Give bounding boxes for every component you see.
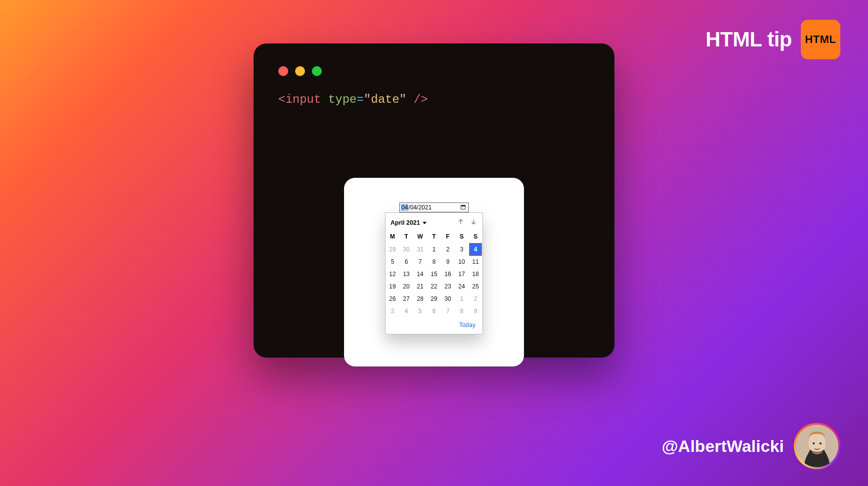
calendar-day[interactable]: 27	[399, 292, 413, 305]
calendar-day[interactable]: 19	[386, 280, 399, 292]
calendar-day[interactable]: 26	[386, 292, 399, 305]
code-quote-open: "	[364, 93, 371, 106]
calendar-day-other-month[interactable]: 2	[469, 292, 482, 305]
calendar-day[interactable]: 21	[413, 280, 427, 292]
calendar-day[interactable]: 28	[413, 292, 427, 305]
weekday-header: S	[455, 231, 469, 243]
date-input-month[interactable]: 04	[401, 204, 408, 211]
calendar-day-other-month[interactable]: 30	[399, 243, 413, 255]
weekday-header: F	[441, 231, 455, 243]
code-attr-value: date	[371, 93, 399, 106]
maximize-window-button[interactable]	[312, 66, 322, 76]
calendar-day[interactable]: 9	[441, 255, 455, 268]
calendar-grid: MTWTFSS 29303112345678910111213141516171…	[386, 231, 482, 317]
month-year-label: April 2021	[391, 219, 420, 226]
calendar-icon[interactable]	[460, 204, 466, 211]
calendar-day[interactable]: 6	[399, 255, 413, 268]
calendar-day-other-month[interactable]: 8	[455, 305, 469, 317]
calendar-day-other-month[interactable]: 4	[399, 305, 413, 317]
calendar-day-other-month[interactable]: 9	[469, 305, 482, 317]
weekday-header: S	[469, 231, 482, 243]
date-input-year[interactable]: 2021	[418, 204, 432, 211]
calendar-day[interactable]: 17	[455, 268, 469, 280]
calendar-day-other-month[interactable]: 6	[427, 305, 441, 317]
svg-point-1	[813, 443, 815, 445]
calendar-day[interactable]: 25	[469, 280, 482, 292]
minimize-window-button[interactable]	[295, 66, 305, 76]
calendar-day[interactable]: 23	[441, 280, 455, 292]
weekday-header: T	[427, 231, 441, 243]
calendar-day[interactable]: 14	[413, 268, 427, 280]
calendar-day[interactable]: 29	[427, 292, 441, 305]
today-link[interactable]: Today	[459, 322, 476, 328]
preview-panel: 04/04/2021 April 2021	[344, 178, 524, 366]
calendar-day[interactable]: 3	[455, 243, 469, 255]
calendar-day[interactable]: 1	[427, 243, 441, 255]
calendar-day[interactable]: 16	[441, 268, 455, 280]
window-controls	[278, 66, 590, 76]
calendar-day-other-month[interactable]: 1	[455, 292, 469, 305]
calendar-day[interactable]: 10	[455, 255, 469, 268]
code-tag-name: input	[285, 93, 321, 106]
date-input-day[interactable]: 04	[410, 204, 417, 211]
author-handle: @AlbertWalicki	[662, 437, 784, 456]
date-input[interactable]: 04/04/2021	[399, 202, 469, 212]
html-badge: HTML	[801, 20, 840, 59]
code-attr-name: type	[328, 93, 357, 106]
calendar-day-other-month[interactable]: 31	[413, 243, 427, 255]
calendar-day[interactable]: 8	[427, 255, 441, 268]
calendar-day-other-month[interactable]: 5	[413, 305, 427, 317]
calendar-day[interactable]: 7	[413, 255, 427, 268]
calendar-day[interactable]: 18	[469, 268, 482, 280]
page-title: HTML tip	[705, 28, 792, 51]
code-open-bracket: <	[278, 93, 285, 106]
weekday-header: W	[413, 231, 427, 243]
calendar-day[interactable]: 24	[455, 280, 469, 292]
calendar-day[interactable]: 11	[469, 255, 482, 268]
calendar-day[interactable]: 15	[427, 268, 441, 280]
calendar-day[interactable]: 5	[386, 255, 399, 268]
next-month-button[interactable]	[470, 218, 477, 228]
prev-month-button[interactable]	[457, 218, 465, 228]
calendar-day-selected[interactable]: 4	[469, 243, 482, 255]
avatar	[796, 425, 838, 467]
weekday-header: M	[386, 231, 399, 243]
calendar-day[interactable]: 12	[386, 268, 399, 280]
date-picker-popup: April 2021 MTWTFSS 293031123456789	[385, 212, 483, 334]
weekday-header: T	[399, 231, 413, 243]
svg-point-2	[820, 443, 822, 445]
avatar-ring	[794, 423, 840, 469]
calendar-day[interactable]: 20	[399, 280, 413, 292]
calendar-day-other-month[interactable]: 7	[441, 305, 455, 317]
month-year-selector[interactable]: April 2021	[391, 219, 427, 226]
code-equals: =	[356, 93, 363, 106]
calendar-day-other-month[interactable]: 29	[386, 243, 399, 255]
calendar-day[interactable]: 22	[427, 280, 441, 292]
calendar-day-other-month[interactable]: 3	[386, 305, 399, 317]
svg-rect-4	[461, 205, 466, 206]
calendar-day[interactable]: 13	[399, 268, 413, 280]
code-editor-window: <input type="date" /> 04/04/2021 April 2…	[254, 43, 614, 358]
close-window-button[interactable]	[278, 66, 288, 76]
code-line: <input type="date" />	[278, 93, 590, 106]
code-quote-close: "	[399, 93, 406, 106]
calendar-day[interactable]: 2	[441, 243, 455, 255]
code-self-close: />	[414, 93, 428, 106]
chevron-down-icon	[423, 222, 427, 224]
calendar-day[interactable]: 30	[441, 292, 455, 305]
